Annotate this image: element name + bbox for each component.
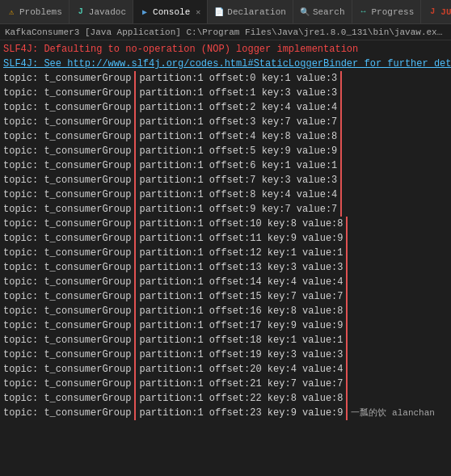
table-row: topic: t_consumerGrouppartition:1 offset… [3,202,448,217]
partition-cell: partition:1 offset:2 key:4 value:4 [139,100,342,115]
run-header: KafkaConsumer3 [Java Application] C:\Pro… [0,24,451,40]
table-row: topic: t_consumerGrouppartition:1 offset… [3,304,448,318]
tab-progress-label: Progress [372,7,415,17]
junit-icon: J [428,7,437,17]
topic-cell: topic: t_consumerGroup [3,202,136,217]
topic-cell: topic: t_consumerGroup [3,289,136,304]
topic-cell: topic: t_consumerGroup [3,100,136,115]
console-output[interactable]: SLF4J: Defaulting to no-operation (NOP) … [0,40,451,474]
partition-cell: partition:1 offset:6 key:1 value:1 [139,158,342,173]
table-row: topic: t_consumerGrouppartition:1 offset… [3,129,448,144]
partition-cell: partition:1 offset:14 key:4 value:4 [139,275,348,289]
table-row: topic: t_consumerGrouppartition:1 offset… [3,71,448,86]
slf4j-warn-line: SLF4J: Defaulting to no-operation (NOP) … [3,42,448,57]
tab-declaration-label: Declaration [227,7,286,17]
partition-cell: partition:1 offset:19 key:3 value:3 [139,348,348,362]
table-row: topic: t_consumerGrouppartition:1 offset… [3,348,448,362]
tab-junit[interactable]: J JUnit [421,0,451,23]
table-row: topic: t_consumerGrouppartition:1 offset… [3,231,448,246]
tab-search[interactable]: 🔍 Search [293,0,352,23]
topic-cell: topic: t_consumerGroup [3,275,136,289]
partition-cell: partition:1 offset:12 key:1 value:1 [139,246,348,260]
topic-cell: topic: t_consumerGroup [3,217,136,231]
tab-console[interactable]: ▶ Console ✕ [133,0,208,23]
problems-icon: ⚠ [6,7,16,17]
topic-cell: topic: t_consumerGroup [3,246,136,260]
table-row: topic: t_consumerGrouppartition:1 offset… [3,86,448,100]
table-row: topic: t_consumerGrouppartition:1 offset… [3,115,448,129]
topic-cell: topic: t_consumerGroup [3,71,136,86]
topic-cell: topic: t_consumerGroup [3,377,136,391]
table-row: topic: t_consumerGrouppartition:1 offset… [3,246,448,260]
partition-cell: partition:1 offset:13 key:3 value:3 [139,260,348,275]
slf4j-warn-text: SLF4J: Defaulting to no-operation (NOP) … [3,42,358,57]
table-row: topic: t_consumerGrouppartition:1 offset… [3,377,448,391]
partition-cell: partition:1 offset:18 key:1 value:1 [139,333,348,348]
progress-icon: ↔ [359,7,369,17]
search-icon: 🔍 [300,7,310,17]
partition-cell: partition:1 offset:3 key:7 value:7 [139,115,342,129]
topic-cell: topic: t_consumerGroup [3,231,136,246]
table-row: topic: t_consumerGrouppartition:1 offset… [3,362,448,377]
partition-cell: partition:1 offset:23 key:9 value:9 [139,406,348,420]
topic-cell: topic: t_consumerGroup [3,86,136,100]
partition-cell: partition:1 offset:10 key:8 value:8 [139,217,348,231]
partition-cell: partition:1 offset:16 key:8 value:8 [139,304,348,318]
table-row: topic: t_consumerGrouppartition:1 offset… [3,144,448,158]
tab-console-label: Console [153,7,190,17]
topic-cell: topic: t_consumerGroup [3,158,136,173]
declaration-icon: 📄 [214,7,224,17]
tab-junit-label: JUnit [440,7,451,17]
topic-cell: topic: t_consumerGroup [3,144,136,158]
table-row: topic: t_consumerGrouppartition:1 offset… [3,318,448,333]
slf4j-link-text: SLF4J: See http://www.slf4j.org/codes.ht… [3,57,451,71]
console-icon: ▶ [140,7,150,17]
partition-cell: partition:1 offset:9 key:7 value:7 [139,202,342,217]
table-row: topic: t_consumerGrouppartition:1 offset… [3,275,448,289]
topic-cell: topic: t_consumerGroup [3,333,136,348]
tab-problems[interactable]: ⚠ Problems [0,0,70,23]
topic-cell: topic: t_consumerGroup [3,304,136,318]
partition-cell: partition:1 offset:7 key:3 value:3 [139,173,342,187]
table-row: topic: t_consumerGrouppartition:1 offset… [3,187,448,202]
partition-cell: partition:1 offset:15 key:7 value:7 [139,289,348,304]
table-row: topic: t_consumerGrouppartition:1 offset… [3,260,448,275]
partition-cell: partition:1 offset:0 key:1 value:3 [139,71,342,86]
partition-cell: partition:1 offset:8 key:4 value:4 [139,187,342,202]
topic-cell: topic: t_consumerGroup [3,406,136,420]
partition-cell: partition:1 offset:5 key:9 value:9 [139,144,342,158]
tab-problems-label: Problems [19,7,62,17]
table-row: topic: t_consumerGrouppartition:1 offset… [3,289,448,304]
partition-cell: partition:1 offset:21 key:7 value:7 [139,377,348,391]
table-row: topic: t_consumerGrouppartition:1 offset… [3,391,448,406]
table-row: topic: t_consumerGrouppartition:1 offset… [3,406,448,420]
partition-cell: partition:1 offset:20 key:4 value:4 [139,362,348,377]
topic-cell: topic: t_consumerGroup [3,260,136,275]
topic-cell: topic: t_consumerGroup [3,348,136,362]
table-row: topic: t_consumerGrouppartition:1 offset… [3,100,448,115]
partition-cell: partition:1 offset:4 key:8 value:8 [139,129,342,144]
topic-cell: topic: t_consumerGroup [3,362,136,377]
tab-progress[interactable]: ↔ Progress [352,0,422,23]
topic-cell: topic: t_consumerGroup [3,115,136,129]
data-rows-container: topic: t_consumerGrouppartition:1 offset… [3,71,448,420]
partition-cell: partition:1 offset:11 key:9 value:9 [139,231,348,246]
topic-cell: topic: t_consumerGroup [3,391,136,406]
tab-javadoc-label: Javadoc [89,7,126,17]
tab-javadoc[interactable]: J Javadoc [70,0,133,23]
tab-declaration[interactable]: 📄 Declaration [208,0,293,23]
topic-cell: topic: t_consumerGroup [3,173,136,187]
partition-cell: partition:1 offset:1 key:3 value:3 [139,86,342,100]
tab-bar: ⚠ Problems J Javadoc ▶ Console ✕ 📄 Decla… [0,0,451,24]
javadoc-icon: J [76,7,86,17]
partition-cell: partition:1 offset:22 key:8 value:8 [139,391,348,406]
partition-cell: partition:1 offset:17 key:9 value:9 [139,318,348,333]
table-row: topic: t_consumerGrouppartition:1 offset… [3,333,448,348]
slf4j-link-line[interactable]: SLF4J: See http://www.slf4j.org/codes.ht… [3,57,448,71]
console-close-icon[interactable]: ✕ [196,7,200,17]
watermark-text: 一瓢的饮 alanchan [351,406,434,420]
table-row: topic: t_consumerGrouppartition:1 offset… [3,173,448,187]
table-row: topic: t_consumerGrouppartition:1 offset… [3,158,448,173]
tab-search-label: Search [313,7,345,17]
run-header-text: KafkaConsumer3 [Java Application] C:\Pro… [5,27,451,37]
